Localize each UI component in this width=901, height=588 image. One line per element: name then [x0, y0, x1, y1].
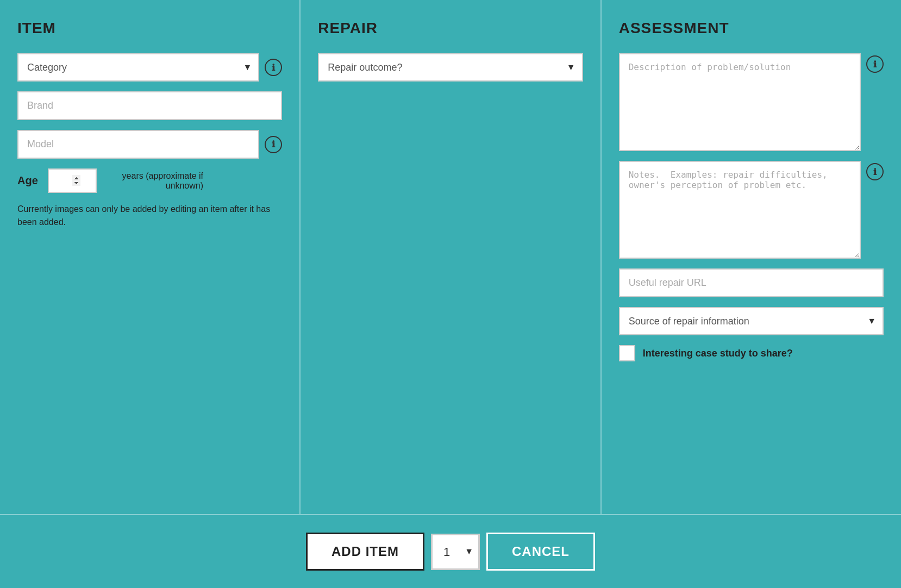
category-row: Category ▼ ℹ: [17, 53, 282, 82]
source-container: Source of repair information ▼: [619, 307, 884, 335]
url-group: [619, 268, 884, 297]
case-study-checkbox[interactable]: [619, 345, 635, 361]
repair-title: REPAIR: [318, 20, 583, 37]
notes-info-icon[interactable]: ℹ: [866, 163, 884, 180]
repair-outcome-container: Repair outcome? ▼: [318, 53, 583, 82]
age-input-wrapper: [48, 168, 97, 193]
add-item-button[interactable]: ADD ITEM: [306, 533, 424, 571]
model-group: ℹ: [17, 130, 282, 159]
source-select[interactable]: Source of repair information: [619, 307, 884, 335]
quantity-select[interactable]: 1 2 3 4 5: [431, 534, 480, 570]
category-group: Category ▼ ℹ: [17, 53, 282, 82]
brand-input[interactable]: [17, 91, 282, 120]
category-select[interactable]: Category: [17, 53, 259, 82]
notes-textarea[interactable]: [619, 161, 861, 259]
age-row: Age years (approximate if unknown): [17, 168, 282, 193]
footer: ADD ITEM 1 2 3 4 5 ▼ CANCEL: [0, 515, 901, 588]
brand-group: [17, 91, 282, 120]
repair-outcome-group: Repair outcome? ▼: [318, 53, 583, 82]
item-title: ITEM: [17, 20, 282, 37]
images-note: Currently images can only be added by ed…: [17, 203, 282, 229]
repair-column: REPAIR Repair outcome? ▼: [301, 0, 601, 514]
case-study-label: Interesting case study to share?: [643, 348, 793, 359]
category-select-container: Category ▼: [17, 53, 259, 82]
assessment-column: ASSESSMENT ℹ ℹ Source of repair informat…: [602, 0, 901, 514]
repair-outcome-select[interactable]: Repair outcome?: [318, 53, 583, 82]
age-label: Age: [17, 174, 39, 187]
description-group: ℹ: [619, 53, 884, 151]
notes-group: ℹ: [619, 161, 884, 259]
model-input[interactable]: [17, 130, 259, 159]
url-input[interactable]: [619, 268, 884, 297]
model-row: ℹ: [17, 130, 282, 159]
description-textarea[interactable]: [619, 53, 861, 151]
source-group: Source of repair information ▼: [619, 307, 884, 335]
age-input[interactable]: [48, 168, 97, 193]
case-study-row: Interesting case study to share?: [619, 345, 884, 361]
description-info-icon[interactable]: ℹ: [866, 55, 884, 73]
category-info-icon[interactable]: ℹ: [265, 59, 282, 76]
age-note: years (approximate if unknown): [105, 171, 203, 191]
assessment-title: ASSESSMENT: [619, 20, 884, 37]
quantity-wrapper: 1 2 3 4 5 ▼: [431, 534, 480, 570]
cancel-button[interactable]: CANCEL: [486, 533, 595, 571]
item-column: ITEM Category ▼ ℹ ℹ: [0, 0, 301, 514]
main-content: ITEM Category ▼ ℹ ℹ: [0, 0, 901, 515]
model-info-icon[interactable]: ℹ: [265, 136, 282, 153]
